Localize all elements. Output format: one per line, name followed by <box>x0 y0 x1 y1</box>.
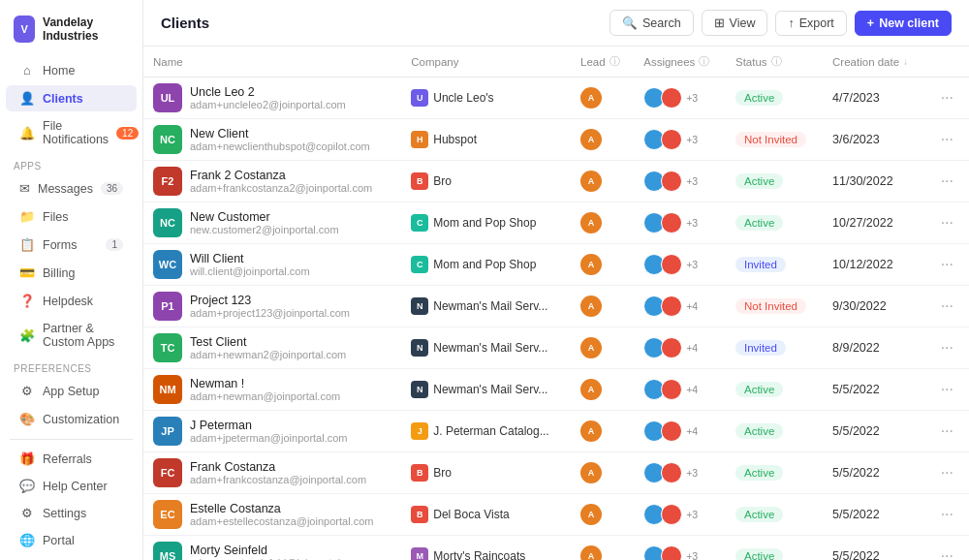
assignee-count: +3 <box>686 550 698 560</box>
company-cell: B Bro <box>401 452 571 494</box>
name-cell: EC Estelle Costanza adam+estellecostanza… <box>143 494 401 536</box>
status-badge: Not Invited <box>735 132 806 147</box>
client-name: Uncle Leo 2 <box>190 85 346 99</box>
assignees-cell: +3 <box>634 536 726 561</box>
search-button[interactable]: 🔍 Search <box>610 10 694 36</box>
table-row[interactable]: TC Test Client adam+newman2@joinportal.c… <box>143 327 969 369</box>
sidebar-item-home[interactable]: ⌂ Home <box>6 57 137 83</box>
assignee-count: +4 <box>686 384 698 395</box>
row-more-button[interactable]: ··· <box>935 296 959 317</box>
table-row[interactable]: NM Newman ! adam+newman@joinportal.com N… <box>143 369 969 411</box>
row-more-button[interactable]: ··· <box>935 212 959 233</box>
client-avatar: EC <box>153 500 182 529</box>
date-cell: 4/7/2023 <box>823 78 925 119</box>
client-name: Test Client <box>190 335 346 349</box>
actions-cell: ··· <box>925 119 969 161</box>
table-row[interactable]: P1 Project 123 adam+project123@joinporta… <box>143 286 969 327</box>
status-cell: Active <box>726 411 823 452</box>
preferences-section-title: Preferences <box>0 356 142 377</box>
client-info: New Customer new.customer2@joinportal.co… <box>190 210 339 235</box>
row-more-button[interactable]: ··· <box>935 87 959 109</box>
sidebar-item-help-center[interactable]: 💬 Help Center <box>6 473 137 499</box>
table-row[interactable]: MS Morty Seinfeld adam+mortyseinfeld@joi… <box>143 536 969 561</box>
name-cell: JP J Peterman adam+jpeterman@joinportal.… <box>143 411 401 452</box>
lead-cell: A <box>571 244 634 286</box>
lead-avatar: A <box>580 337 602 358</box>
help-icon: 💬 <box>19 479 35 493</box>
status-badge: Active <box>735 507 783 522</box>
table-row[interactable]: WC Will Client will.client@joinportal.co… <box>143 244 969 286</box>
lead-avatar: A <box>580 87 602 109</box>
table-row[interactable]: FC Frank Costanza adam+frankcostanza@joi… <box>143 452 969 494</box>
lead-avatar: A <box>580 379 602 400</box>
export-button[interactable]: ↑ Export <box>775 11 846 36</box>
sidebar-item-referrals[interactable]: 🎁 Referrals <box>6 446 137 472</box>
sidebar-item-file-notifications[interactable]: 🔔 File Notifications 12 <box>6 113 137 152</box>
sidebar-item-partner[interactable]: 🧩 Partner & Custom Apps <box>6 316 137 355</box>
assignee-avatar <box>661 212 682 233</box>
company-name: Mom and Pop Shop <box>433 258 536 271</box>
client-avatar: NC <box>153 125 182 154</box>
assignee-avatar <box>661 420 682 442</box>
col-creation-date[interactable]: Creation date↓ <box>823 47 925 78</box>
sidebar-item-clients[interactable]: 👤 Clients <box>6 85 137 111</box>
actions-cell: ··· <box>925 161 969 202</box>
sidebar-item-label: Billing <box>43 266 75 280</box>
client-email: adam+project123@joinportal.com <box>190 307 350 319</box>
row-more-button[interactable]: ··· <box>935 379 959 400</box>
sidebar-item-label: Files <box>43 210 68 224</box>
name-cell: MS Morty Seinfeld adam+mortyseinfeld@joi… <box>143 536 401 561</box>
table-row[interactable]: F2 Frank 2 Costanza adam+frankcostanza2@… <box>143 161 969 202</box>
sidebar-item-settings[interactable]: ⚙ Settings <box>6 500 137 526</box>
assignees-cell: +4 <box>634 286 726 327</box>
row-more-button[interactable]: ··· <box>935 254 959 275</box>
table-row[interactable]: JP J Peterman adam+jpeterman@joinportal.… <box>143 411 969 452</box>
actions-cell: ··· <box>925 452 969 494</box>
client-email: adam+jpeterman@joinportal.com <box>190 432 348 444</box>
row-more-button[interactable]: ··· <box>935 420 959 442</box>
sidebar-item-helpdesk[interactable]: ❓ Helpdesk <box>6 288 137 314</box>
row-more-button[interactable]: ··· <box>935 129 959 150</box>
company-cell: J J. Peterman Catalog... <box>401 411 571 452</box>
row-more-button[interactable]: ··· <box>935 545 959 560</box>
row-more-button[interactable]: ··· <box>935 337 959 358</box>
sidebar-divider <box>10 439 133 440</box>
row-more-button[interactable]: ··· <box>935 171 959 192</box>
sidebar-item-label: Messages <box>38 182 93 196</box>
sidebar-item-billing[interactable]: 💳 Billing <box>6 260 137 286</box>
actions-cell: ··· <box>925 411 969 452</box>
company-cell: C Mom and Pop Shop <box>401 202 571 244</box>
sidebar-item-portal[interactable]: 🌐 Portal <box>6 527 137 553</box>
view-button[interactable]: ⊞ View <box>702 10 768 36</box>
name-cell: P1 Project 123 adam+project123@joinporta… <box>143 286 401 327</box>
sidebar-item-customization[interactable]: 🎨 Customization <box>6 406 137 432</box>
sidebar-item-messages[interactable]: ✉ Messages 36 <box>6 175 137 202</box>
date-cell: 5/5/2022 <box>823 411 925 452</box>
new-client-button[interactable]: + New client <box>855 11 952 36</box>
sort-icon: ↓ <box>903 56 908 67</box>
export-icon: ↑ <box>788 16 794 30</box>
sidebar-item-app-setup[interactable]: ⚙ App Setup <box>6 378 137 404</box>
main-content: Clients 🔍 Search ⊞ View ↑ Export + New c… <box>143 0 969 560</box>
table-row[interactable]: EC Estelle Costanza adam+estellecostanza… <box>143 494 969 536</box>
lead-info-icon: ⓘ <box>610 54 620 69</box>
customization-icon: 🎨 <box>19 412 35 426</box>
company-cell: B Del Boca Vista <box>401 494 571 536</box>
sidebar-item-files[interactable]: 📁 Files <box>6 203 137 230</box>
table-row[interactable]: UL Uncle Leo 2 adam+uncleleo2@joinportal… <box>143 78 969 119</box>
assignee-avatar <box>661 462 682 483</box>
client-name: Morty Seinfeld <box>190 544 363 557</box>
name-cell: TC Test Client adam+newman2@joinportal.c… <box>143 327 401 369</box>
apps-section-title: Apps <box>0 153 142 174</box>
row-more-button[interactable]: ··· <box>935 462 959 483</box>
brand: V Vandelay Industries <box>0 10 142 56</box>
table-row[interactable]: NC New Client adam+newclienthubspot@copi… <box>143 119 969 161</box>
sidebar-item-forms[interactable]: 📋 Forms 1 <box>6 232 137 258</box>
table-row[interactable]: NC New Customer new.customer2@joinportal… <box>143 202 969 244</box>
row-more-button[interactable]: ··· <box>935 504 959 525</box>
client-name: Newman ! <box>190 377 340 390</box>
export-label: Export <box>799 16 834 30</box>
assignee-avatar <box>661 337 682 358</box>
client-info: Test Client adam+newman2@joinportal.com <box>190 335 346 360</box>
client-info: Frank 2 Costanza adam+frankcostanza2@joi… <box>190 169 372 194</box>
